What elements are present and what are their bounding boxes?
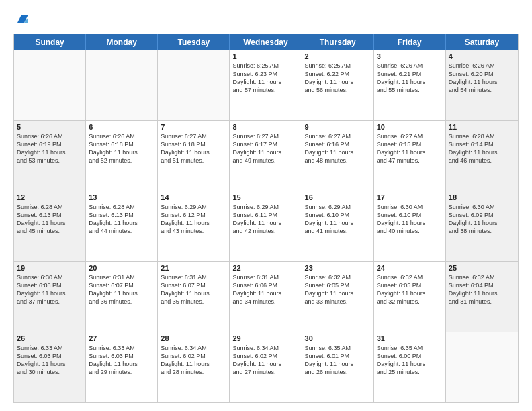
calendar-day-5: 5Sunrise: 6:26 AM Sunset: 6:19 PM Daylig… [14,121,86,191]
day-info: Sunrise: 6:27 AM Sunset: 6:15 PM Dayligh… [377,132,443,165]
calendar-day-15: 15Sunrise: 6:29 AM Sunset: 6:11 PM Dayli… [230,191,302,261]
day-number: 19 [17,264,83,272]
day-info: Sunrise: 6:25 AM Sunset: 6:22 PM Dayligh… [305,62,371,95]
day-number: 30 [305,334,371,342]
day-number: 13 [89,193,154,201]
day-number: 25 [449,264,515,272]
calendar-day-1: 1Sunrise: 6:25 AM Sunset: 6:23 PM Daylig… [230,50,302,120]
day-number: 27 [89,334,154,342]
calendar-day-16: 16Sunrise: 6:29 AM Sunset: 6:10 PM Dayli… [302,191,374,261]
day-number: 26 [17,334,83,342]
calendar-day-24: 24Sunrise: 6:32 AM Sunset: 6:05 PM Dayli… [374,262,446,332]
day-info: Sunrise: 6:28 AM Sunset: 6:13 PM Dayligh… [17,203,83,236]
day-number: 9 [305,123,371,131]
day-number: 8 [232,123,298,131]
calendar-week-4: 19Sunrise: 6:30 AM Sunset: 6:08 PM Dayli… [14,262,518,332]
day-number: 1 [232,52,298,60]
day-number: 6 [89,123,154,131]
logo-icon [15,11,31,27]
day-header-sunday: Sunday [14,34,86,50]
calendar-day-28: 28Sunrise: 6:34 AM Sunset: 6:02 PM Dayli… [158,332,230,402]
day-header-saturday: Saturday [446,34,518,50]
calendar-empty-cell [446,332,518,402]
day-info: Sunrise: 6:28 AM Sunset: 6:13 PM Dayligh… [89,203,154,236]
day-number: 21 [161,264,226,272]
day-header-wednesday: Wednesday [230,34,302,50]
calendar-day-8: 8Sunrise: 6:27 AM Sunset: 6:17 PM Daylig… [230,121,302,191]
day-info: Sunrise: 6:35 AM Sunset: 6:00 PM Dayligh… [377,344,443,377]
day-number: 7 [161,123,226,131]
day-number: 31 [377,334,443,342]
day-info: Sunrise: 6:31 AM Sunset: 6:07 PM Dayligh… [161,273,226,306]
calendar-body: 1Sunrise: 6:25 AM Sunset: 6:23 PM Daylig… [14,50,518,402]
day-info: Sunrise: 6:32 AM Sunset: 6:05 PM Dayligh… [305,273,371,306]
day-info: Sunrise: 6:34 AM Sunset: 6:02 PM Dayligh… [161,344,226,377]
day-info: Sunrise: 6:35 AM Sunset: 6:01 PM Dayligh… [305,344,371,377]
calendar-day-30: 30Sunrise: 6:35 AM Sunset: 6:01 PM Dayli… [302,332,374,402]
calendar-empty-cell [86,50,158,120]
calendar-day-18: 18Sunrise: 6:30 AM Sunset: 6:09 PM Dayli… [446,191,518,261]
day-info: Sunrise: 6:28 AM Sunset: 6:14 PM Dayligh… [449,132,515,165]
day-number: 4 [449,52,515,60]
day-number: 12 [17,193,83,201]
day-info: Sunrise: 6:30 AM Sunset: 6:09 PM Dayligh… [449,203,515,236]
day-number: 5 [17,123,83,131]
day-number: 28 [161,334,226,342]
day-number: 10 [377,123,443,131]
calendar-empty-cell [14,50,86,120]
day-info: Sunrise: 6:26 AM Sunset: 6:18 PM Dayligh… [89,132,154,165]
day-info: Sunrise: 6:29 AM Sunset: 6:11 PM Dayligh… [232,203,298,236]
calendar-day-14: 14Sunrise: 6:29 AM Sunset: 6:12 PM Dayli… [158,191,230,261]
day-number: 16 [305,193,371,201]
day-info: Sunrise: 6:31 AM Sunset: 6:07 PM Dayligh… [89,273,154,306]
calendar-day-31: 31Sunrise: 6:35 AM Sunset: 6:00 PM Dayli… [374,332,446,402]
calendar-day-13: 13Sunrise: 6:28 AM Sunset: 6:13 PM Dayli… [86,191,158,261]
day-number: 20 [89,264,154,272]
calendar-day-22: 22Sunrise: 6:31 AM Sunset: 6:06 PM Dayli… [230,262,302,332]
day-number: 18 [449,193,515,201]
day-info: Sunrise: 6:34 AM Sunset: 6:02 PM Dayligh… [232,344,298,377]
day-number: 15 [232,193,298,201]
day-header-monday: Monday [86,34,158,50]
calendar-day-7: 7Sunrise: 6:27 AM Sunset: 6:18 PM Daylig… [158,121,230,191]
header [13,11,519,27]
day-number: 29 [232,334,298,342]
calendar-day-12: 12Sunrise: 6:28 AM Sunset: 6:13 PM Dayli… [14,191,86,261]
day-number: 17 [377,193,443,201]
day-info: Sunrise: 6:31 AM Sunset: 6:06 PM Dayligh… [232,273,298,306]
calendar-week-1: 1Sunrise: 6:25 AM Sunset: 6:23 PM Daylig… [14,50,518,121]
calendar-day-11: 11Sunrise: 6:28 AM Sunset: 6:14 PM Dayli… [446,121,518,191]
day-info: Sunrise: 6:27 AM Sunset: 6:18 PM Dayligh… [161,132,226,165]
calendar-day-21: 21Sunrise: 6:31 AM Sunset: 6:07 PM Dayli… [158,262,230,332]
calendar-day-9: 9Sunrise: 6:27 AM Sunset: 6:16 PM Daylig… [302,121,374,191]
day-info: Sunrise: 6:27 AM Sunset: 6:16 PM Dayligh… [305,132,371,165]
day-info: Sunrise: 6:30 AM Sunset: 6:10 PM Dayligh… [377,203,443,236]
calendar-day-26: 26Sunrise: 6:33 AM Sunset: 6:03 PM Dayli… [14,332,86,402]
calendar-day-4: 4Sunrise: 6:26 AM Sunset: 6:20 PM Daylig… [446,50,518,120]
calendar-day-2: 2Sunrise: 6:25 AM Sunset: 6:22 PM Daylig… [302,50,374,120]
calendar-week-5: 26Sunrise: 6:33 AM Sunset: 6:03 PM Dayli… [14,332,518,402]
day-info: Sunrise: 6:26 AM Sunset: 6:20 PM Dayligh… [449,62,515,95]
day-number: 24 [377,264,443,272]
calendar-week-3: 12Sunrise: 6:28 AM Sunset: 6:13 PM Dayli… [14,191,518,262]
day-header-thursday: Thursday [302,34,374,50]
day-info: Sunrise: 6:29 AM Sunset: 6:10 PM Dayligh… [305,203,371,236]
day-header-tuesday: Tuesday [158,34,230,50]
day-info: Sunrise: 6:30 AM Sunset: 6:08 PM Dayligh… [17,273,83,306]
day-info: Sunrise: 6:33 AM Sunset: 6:03 PM Dayligh… [17,344,83,377]
day-info: Sunrise: 6:33 AM Sunset: 6:03 PM Dayligh… [89,344,154,377]
calendar-header: SundayMondayTuesdayWednesdayThursdayFrid… [14,34,518,50]
day-info: Sunrise: 6:29 AM Sunset: 6:12 PM Dayligh… [161,203,226,236]
day-info: Sunrise: 6:26 AM Sunset: 6:19 PM Dayligh… [17,132,83,165]
day-number: 3 [377,52,443,60]
calendar-empty-cell [158,50,230,120]
calendar-day-17: 17Sunrise: 6:30 AM Sunset: 6:10 PM Dayli… [374,191,446,261]
day-number: 14 [161,193,226,201]
calendar-day-20: 20Sunrise: 6:31 AM Sunset: 6:07 PM Dayli… [86,262,158,332]
day-info: Sunrise: 6:27 AM Sunset: 6:17 PM Dayligh… [232,132,298,165]
calendar-day-23: 23Sunrise: 6:32 AM Sunset: 6:05 PM Dayli… [302,262,374,332]
calendar-day-27: 27Sunrise: 6:33 AM Sunset: 6:03 PM Dayli… [86,332,158,402]
calendar-day-19: 19Sunrise: 6:30 AM Sunset: 6:08 PM Dayli… [14,262,86,332]
calendar-day-29: 29Sunrise: 6:34 AM Sunset: 6:02 PM Dayli… [230,332,302,402]
calendar-day-3: 3Sunrise: 6:26 AM Sunset: 6:21 PM Daylig… [374,50,446,120]
